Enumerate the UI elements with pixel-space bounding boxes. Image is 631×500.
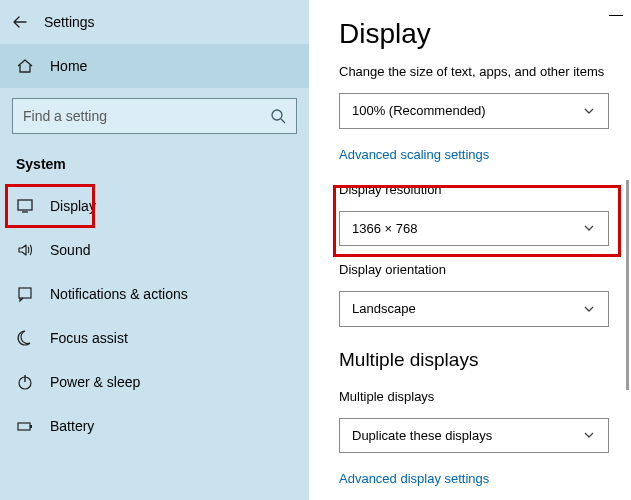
nav-home[interactable]: Home (0, 44, 309, 88)
page-title: Display (339, 18, 609, 50)
multiple-displays-heading: Multiple displays (339, 349, 609, 371)
nav-item-label: Sound (50, 242, 90, 258)
titlebar: Settings (0, 0, 309, 44)
nav-item-label: Focus assist (50, 330, 128, 346)
battery-icon (16, 417, 34, 435)
svg-rect-7 (18, 423, 30, 430)
search-wrap (0, 88, 309, 142)
nav-item-label: Notifications & actions (50, 286, 188, 302)
home-icon (16, 57, 34, 75)
main-content: — Display Change the size of text, apps,… (309, 0, 631, 500)
power-icon (16, 373, 34, 391)
window-title: Settings (44, 14, 95, 30)
chevron-down-icon (582, 104, 596, 118)
scrollbar[interactable] (626, 180, 629, 390)
search-box[interactable] (12, 98, 297, 134)
orientation-label: Display orientation (339, 262, 609, 277)
nav-item-battery[interactable]: Battery (0, 404, 309, 448)
search-input[interactable] (23, 108, 260, 124)
display-icon (16, 197, 34, 215)
svg-rect-8 (30, 425, 32, 428)
chevron-down-icon (582, 302, 596, 316)
nav-item-focus-assist[interactable]: Focus assist (0, 316, 309, 360)
nav-item-notifications[interactable]: Notifications & actions (0, 272, 309, 316)
nav-item-power-sleep[interactable]: Power & sleep (0, 360, 309, 404)
nav-item-label: Power & sleep (50, 374, 140, 390)
resolution-dropdown[interactable]: 1366 × 768 (339, 211, 609, 247)
nav-home-label: Home (50, 58, 87, 74)
resolution-label: Display resolution (339, 182, 609, 197)
scale-dropdown[interactable]: 100% (Recommended) (339, 93, 609, 129)
svg-point-0 (272, 110, 282, 120)
svg-rect-4 (19, 288, 31, 298)
svg-rect-2 (18, 200, 32, 210)
orientation-dropdown[interactable]: Landscape (339, 291, 609, 327)
scale-label: Change the size of text, apps, and other… (339, 64, 609, 79)
focus-assist-icon (16, 329, 34, 347)
search-icon (270, 108, 286, 124)
scale-value: 100% (Recommended) (352, 103, 486, 118)
multiple-displays-value: Duplicate these displays (352, 428, 492, 443)
svg-line-1 (281, 119, 285, 123)
category-label: System (0, 142, 309, 184)
chevron-down-icon (582, 428, 596, 442)
sidebar: Settings Home System Display Sound (0, 0, 309, 500)
multiple-displays-label: Multiple displays (339, 389, 609, 404)
nav-item-display[interactable]: Display (0, 184, 309, 228)
minimize-icon[interactable]: — (609, 6, 623, 22)
nav-item-sound[interactable]: Sound (0, 228, 309, 272)
notifications-icon (16, 285, 34, 303)
nav-list: Display Sound Notifications & actions Fo… (0, 184, 309, 448)
advanced-scaling-link[interactable]: Advanced scaling settings (339, 147, 609, 162)
multiple-displays-dropdown[interactable]: Duplicate these displays (339, 418, 609, 454)
chevron-down-icon (582, 221, 596, 235)
advanced-display-link[interactable]: Advanced display settings (339, 471, 609, 486)
nav-item-label: Battery (50, 418, 94, 434)
back-icon[interactable] (12, 14, 28, 30)
orientation-value: Landscape (352, 301, 416, 316)
sound-icon (16, 241, 34, 259)
resolution-value: 1366 × 768 (352, 221, 417, 236)
nav-item-label: Display (50, 198, 96, 214)
